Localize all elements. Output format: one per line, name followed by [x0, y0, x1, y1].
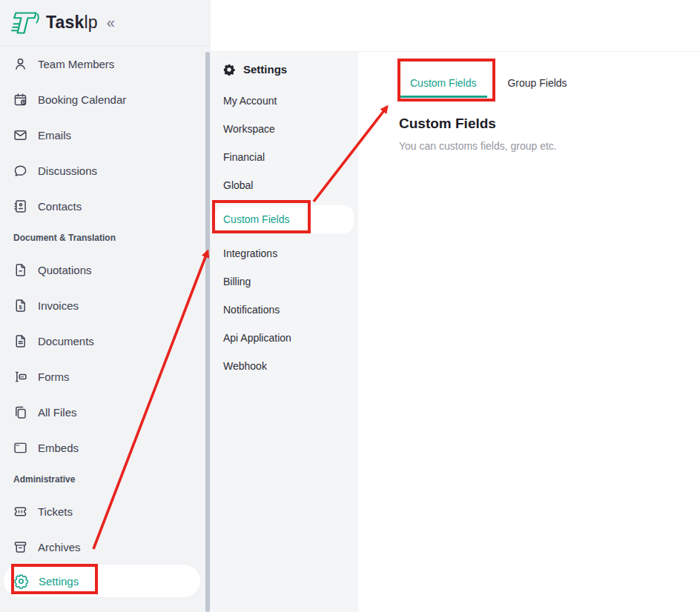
user-icon	[13, 56, 28, 72]
submenu-item-integrations[interactable]: Integrations	[211, 239, 358, 267]
submenu-item-billing[interactable]: Billing	[211, 267, 358, 296]
chat-bubble-icon	[13, 163, 28, 179]
sidebar-item-archives[interactable]: Archives	[0, 529, 211, 565]
submenu-item-global[interactable]: Global	[211, 171, 358, 199]
calendar-clock-icon	[13, 92, 28, 107]
sidebar-item-documents[interactable]: Documents	[0, 323, 211, 359]
file-quote-icon	[13, 262, 28, 278]
sidebar-item-label: Team Members	[38, 58, 114, 70]
tasklp-logo-icon	[9, 10, 40, 36]
sidebar-item-forms[interactable]: Forms	[0, 359, 211, 394]
sidebar-item-emails[interactable]: Emails	[0, 117, 211, 153]
page-title: Custom Fields	[399, 116, 700, 132]
gear-icon	[13, 573, 29, 589]
sidebar-item-label: Archives	[38, 541, 81, 553]
tab-bar: Custom Fields Group Fields	[399, 71, 700, 98]
address-book-icon	[13, 199, 28, 214]
submenu-item-api-application[interactable]: Api Application	[211, 324, 358, 352]
copy-files-icon	[13, 405, 28, 420]
sidebar-item-booking-calendar[interactable]: Booking Calendar	[0, 82, 211, 117]
settings-submenu-title: Settings	[243, 63, 287, 76]
file-text-icon	[13, 333, 28, 349]
sidebar-item-label: Forms	[38, 370, 70, 383]
settings-submenu-header: Settings	[211, 52, 358, 87]
submenu-item-notifications[interactable]: Notifications	[211, 296, 358, 324]
sidebar-item-quotations[interactable]: Quotations	[0, 252, 211, 287]
sidebar-section-document-translation: Document & Translation	[0, 224, 211, 252]
sidebar-item-label: Documents	[38, 335, 94, 347]
sidebar-item-all-files[interactable]: All Files	[0, 394, 211, 430]
top-header-band	[211, 0, 700, 52]
sidebar-item-label: Quotations	[38, 264, 92, 276]
sidebar-item-label: Embeds	[38, 442, 79, 454]
sidebar-item-label: All Files	[38, 406, 77, 419]
sidebar: Tasklp « Team Members Booking Calendar	[0, 0, 211, 612]
submenu-item-financial[interactable]: Financial	[211, 143, 358, 171]
settings-submenu-panel: Settings My Account Workspace Financial …	[211, 52, 358, 612]
brand-name: Tasklp	[46, 13, 98, 33]
sidebar-section-administrative: Administrative	[0, 465, 211, 493]
ticket-icon	[13, 504, 28, 519]
sidebar-item-contacts[interactable]: Contacts	[0, 188, 211, 224]
gear-filled-icon	[222, 63, 236, 76]
sidebar-item-label: Emails	[38, 129, 71, 142]
svg-text:$: $	[19, 303, 22, 310]
browser-window-icon	[13, 440, 28, 456]
sidebar-scrollbar[interactable]	[205, 52, 210, 612]
form-input-icon	[13, 369, 28, 385]
submenu-item-webhook[interactable]: Webhook	[211, 352, 358, 380]
submenu-item-my-account[interactable]: My Account	[211, 87, 358, 115]
sidebar-item-invoices[interactable]: $ Invoices	[0, 287, 211, 323]
sidebar-item-tickets[interactable]: Tickets	[0, 493, 211, 529]
sidebar-item-team-members[interactable]: Team Members	[0, 46, 211, 82]
mail-icon	[13, 127, 28, 143]
archive-icon	[13, 539, 28, 555]
brand-logo[interactable]: Tasklp «	[9, 10, 115, 36]
submenu-item-custom-fields[interactable]: Custom Fields	[215, 205, 354, 233]
page-description: You can customs fields, group etc.	[399, 140, 700, 152]
submenu-item-workspace[interactable]: Workspace	[211, 115, 358, 143]
sidebar-collapse-icon[interactable]: «	[107, 14, 115, 31]
sidebar-item-settings[interactable]: Settings	[4, 565, 200, 597]
file-dollar-icon: $	[13, 298, 28, 313]
sidebar-item-discussions[interactable]: Discussions	[0, 153, 211, 188]
sidebar-item-label: Booking Calendar	[38, 93, 126, 106]
sidebar-item-label: Discussions	[38, 164, 97, 177]
tab-group-fields[interactable]: Group Fields	[496, 71, 578, 98]
app-window: Tasklp « Team Members Booking Calendar	[0, 0, 700, 612]
sidebar-header: Tasklp «	[0, 0, 211, 46]
tab-custom-fields[interactable]: Custom Fields	[399, 71, 487, 98]
sidebar-item-embeds[interactable]: Embeds	[0, 430, 211, 465]
sidebar-item-label: Settings	[39, 575, 79, 588]
scrollbar-thumb[interactable]	[205, 52, 210, 612]
sidebar-item-label: Invoices	[38, 299, 79, 312]
sidebar-item-label: Contacts	[38, 200, 82, 213]
main-content: Custom Fields Group Fields Custom Fields…	[358, 52, 700, 612]
sidebar-item-label: Tickets	[38, 505, 73, 518]
